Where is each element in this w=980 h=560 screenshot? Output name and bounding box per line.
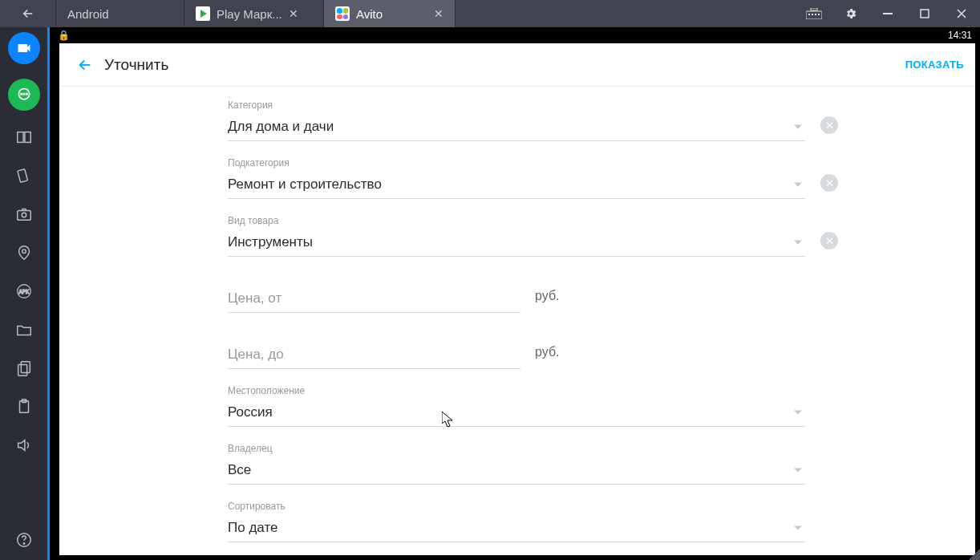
tab-label: Play Марк...	[217, 7, 282, 21]
paste-icon	[15, 398, 33, 416]
help-icon	[15, 531, 33, 549]
rail-copy-button[interactable]	[8, 356, 40, 380]
content-stage: 🔒 14:31 Уточнить ПОКАЗАТЬ Категория Для …	[50, 27, 980, 560]
owner-value: Все	[228, 462, 251, 478]
chevron-down-icon	[794, 124, 802, 128]
rotate-icon	[15, 167, 33, 185]
keyboard-icon	[806, 8, 822, 19]
currency-label: руб.	[535, 289, 560, 303]
category-value: Для дома и дачи	[228, 119, 334, 135]
resize-grip[interactable]	[969, 549, 980, 560]
owner-label: Владелец	[228, 443, 805, 454]
type-label: Вид товара	[228, 215, 805, 226]
sort-select[interactable]: По дате	[228, 513, 805, 542]
clear-category-button[interactable]: ✕	[820, 116, 838, 134]
price-to-field[interactable]	[228, 340, 520, 369]
filter-form: Категория Для дома и дачи ✕ Подкатегория…	[59, 87, 975, 555]
rail-multiwindow-button[interactable]	[8, 125, 40, 149]
svg-point-17	[22, 250, 26, 254]
subcategory-label: Подкатегория	[228, 157, 805, 168]
rail-folder-button[interactable]	[8, 318, 40, 342]
show-button[interactable]: ПОКАЗАТЬ	[905, 59, 964, 71]
chevron-down-icon	[794, 240, 802, 244]
rail-camera-button[interactable]	[8, 202, 40, 226]
subcategory-select[interactable]: Ремонт и строительство	[228, 170, 805, 199]
svg-point-16	[22, 213, 26, 217]
chevron-down-icon	[794, 468, 802, 472]
clear-subcategory-button[interactable]: ✕	[820, 174, 838, 192]
location-label: Местоположение	[228, 385, 805, 396]
play-store-icon	[196, 6, 210, 21]
svg-point-10	[23, 93, 25, 95]
rail-help-button[interactable]	[8, 528, 40, 552]
tab-android[interactable]: Android	[56, 0, 184, 27]
rail-chat-button[interactable]	[8, 79, 40, 111]
type-value: Инструменты	[228, 234, 313, 250]
left-tool-rail: APK	[0, 27, 48, 560]
rail-apk-button[interactable]: APK	[8, 279, 40, 303]
rail-rotate-button[interactable]	[8, 164, 40, 188]
minimize-icon	[883, 9, 893, 18]
avito-icon	[335, 6, 350, 21]
svg-point-25	[23, 543, 24, 544]
rail-paste-button[interactable]	[8, 395, 40, 419]
settings-button[interactable]	[832, 0, 869, 27]
pin-icon	[15, 244, 33, 262]
apk-icon: APK	[15, 282, 33, 300]
svg-rect-4	[818, 14, 820, 15]
svg-rect-2	[812, 14, 813, 15]
svg-text:APK: APK	[19, 289, 30, 294]
svg-rect-15	[18, 210, 31, 220]
tab-label: Android	[67, 7, 109, 21]
category-label: Категория	[228, 99, 805, 111]
rail-video-button[interactable]	[8, 32, 40, 64]
minimize-button[interactable]	[869, 0, 906, 27]
arrow-left-icon	[76, 56, 94, 74]
tab-avito[interactable]: Avito ✕	[324, 0, 456, 27]
app-back-button[interactable]	[71, 51, 99, 79]
svg-rect-13	[25, 132, 30, 143]
owner-select[interactable]: Все	[228, 456, 805, 485]
folder-icon	[15, 321, 33, 339]
sort-label: Сортировать	[228, 501, 805, 512]
rail-location-button[interactable]	[8, 241, 40, 265]
chat-icon	[16, 87, 32, 103]
android-status-bar: 🔒 14:31	[50, 27, 980, 43]
chevron-down-icon	[794, 526, 802, 530]
lock-icon: 🔒	[58, 30, 70, 41]
volume-icon	[15, 436, 33, 454]
type-select[interactable]: Инструменты	[228, 228, 805, 257]
keyboard-button[interactable]	[796, 0, 832, 27]
svg-rect-7	[921, 10, 929, 18]
clear-type-button[interactable]: ✕	[820, 232, 838, 250]
svg-rect-12	[18, 132, 23, 143]
tab-play-market[interactable]: Play Марк... ✕	[184, 0, 324, 27]
currency-label: руб.	[535, 345, 560, 359]
price-from-input[interactable]	[228, 286, 520, 310]
subcategory-value: Ремонт и строительство	[228, 177, 382, 193]
svg-rect-14	[18, 169, 28, 183]
close-icon[interactable]: ✕	[289, 7, 298, 20]
copy-icon	[15, 359, 33, 377]
close-icon[interactable]: ✕	[434, 7, 443, 20]
gear-icon	[844, 7, 857, 20]
price-to-input[interactable]	[228, 343, 520, 367]
close-window-button[interactable]	[943, 0, 980, 27]
location-select[interactable]: Россия	[228, 398, 805, 427]
titlebar-back-button[interactable]	[0, 0, 56, 27]
svg-point-9	[21, 93, 22, 95]
video-icon	[16, 40, 32, 56]
camera-icon	[15, 205, 33, 223]
svg-rect-20	[21, 362, 30, 373]
page-title: Уточнить	[104, 56, 168, 74]
category-select[interactable]: Для дома и дачи	[228, 112, 805, 141]
maximize-button[interactable]	[906, 0, 943, 27]
rail-volume-button[interactable]	[8, 433, 40, 457]
close-icon	[957, 9, 966, 18]
svg-rect-1	[808, 14, 810, 15]
price-from-field[interactable]	[228, 284, 520, 313]
chevron-down-icon	[794, 182, 802, 186]
svg-rect-5	[811, 8, 817, 10]
location-value: Россия	[228, 404, 273, 420]
svg-rect-6	[883, 13, 893, 14]
